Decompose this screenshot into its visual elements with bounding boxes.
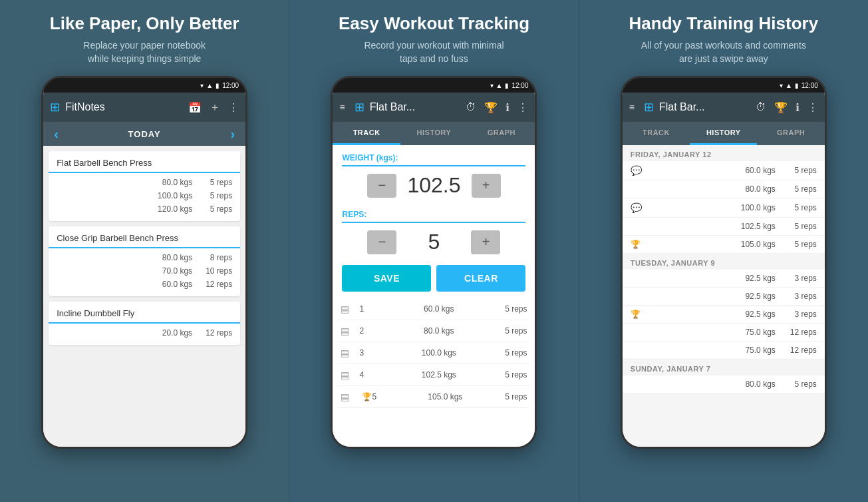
phone-1: ▾ ▲ ▮ 12:00 ⊞ FitNotes 📅 ＋ ⋮ ‹ TODAY bbox=[41, 76, 247, 449]
comment-icon: 💬 bbox=[631, 202, 647, 213]
set-weight: 80.0 kgs bbox=[156, 253, 192, 262]
prev-day-button[interactable]: ‹ bbox=[54, 126, 59, 142]
tab-track[interactable]: TRACK bbox=[333, 122, 400, 145]
comment-icon: ▤ bbox=[341, 304, 354, 314]
list-item: 75.0 kgs 12 reps bbox=[623, 324, 825, 342]
action-buttons: SAVE CLEAR bbox=[333, 258, 535, 298]
exercise-sets-close-grip: 80.0 kgs 8 reps 70.0 kgs 10 reps 60.0 kg… bbox=[49, 248, 240, 296]
comment-icon: ▤ bbox=[341, 326, 354, 336]
tab-history-3[interactable]: HISTORY bbox=[690, 122, 757, 145]
exercise-card-incline-fly[interactable]: Incline Dumbbell Fly 20.0 kgs 12 reps bbox=[49, 302, 240, 345]
hamburger-icon-3[interactable]: ≡ bbox=[629, 102, 635, 113]
exercise-name-incline-fly: Incline Dumbbell Fly bbox=[49, 302, 240, 324]
weight-decrease-button[interactable]: − bbox=[367, 174, 396, 198]
clear-button[interactable]: CLEAR bbox=[436, 265, 525, 292]
set-weight: 100.0 kgs bbox=[156, 191, 192, 200]
info-icon-3[interactable]: ℹ bbox=[796, 101, 799, 114]
trophy-icon: 🏆 bbox=[362, 392, 372, 401]
table-row: 120.0 kgs 5 reps bbox=[57, 202, 232, 216]
sets-list: ▤ 1 60.0 kgs 5 reps ▤ 2 80.0 kgs 5 reps … bbox=[333, 298, 535, 447]
history-reps: 5 reps bbox=[784, 203, 817, 212]
history-date-tuesday: TUESDAY, JANUARY 9 bbox=[623, 254, 825, 270]
history-reps: 5 reps bbox=[784, 166, 817, 175]
panel-1-subtitle: Replace your paper notebookwhile keeping… bbox=[83, 39, 206, 65]
trophy-icon-3[interactable]: 🏆 bbox=[774, 101, 788, 114]
exercise-card-flat-barbell[interactable]: Flat Barbell Bench Press 80.0 kgs 5 reps… bbox=[49, 151, 240, 221]
history-weight: 92.5 kgs bbox=[647, 310, 784, 319]
more-icon-2[interactable]: ⋮ bbox=[517, 101, 528, 114]
history-weight: 92.5 kgs bbox=[647, 274, 784, 283]
tab-graph[interactable]: GRAPH bbox=[468, 122, 535, 145]
set-reps: 5 reps bbox=[505, 370, 527, 379]
history-weight: 100.0 kgs bbox=[647, 203, 784, 212]
trophy-icon[interactable]: 🏆 bbox=[484, 101, 498, 114]
table-row: 100.0 kgs 5 reps bbox=[57, 189, 232, 202]
table-row: 60.0 kgs 12 reps bbox=[57, 278, 232, 291]
set-reps: 5 reps bbox=[505, 326, 527, 336]
set-number: 5 bbox=[372, 392, 385, 401]
history-weight: 102.5 kgs bbox=[647, 222, 784, 231]
list-item: 75.0 kgs 12 reps bbox=[623, 342, 825, 360]
set-number: 4 bbox=[359, 370, 372, 379]
panel-3: Handy Training History All of your past … bbox=[579, 0, 868, 502]
list-item: 80.0 kgs 5 reps bbox=[623, 376, 825, 393]
next-day-button[interactable]: › bbox=[230, 126, 235, 142]
set-reps: 12 reps bbox=[206, 280, 232, 289]
app-bar-actions-1: 📅 ＋ ⋮ bbox=[188, 101, 239, 115]
phone-3: ▾ ▲ ▮ 12:00 ≡ ⊞ Flat Bar... ⏱ 🏆 ℹ ⋮ TR bbox=[621, 76, 827, 449]
wifi-icon: ▾ bbox=[200, 82, 204, 89]
app-bar-actions-3: ⏱ 🏆 ℹ ⋮ bbox=[756, 101, 818, 114]
panel-2: Easy Workout Tracking Record your workou… bbox=[289, 0, 579, 502]
set-reps: 5 reps bbox=[206, 204, 232, 214]
clock-icon-3[interactable]: ⏱ bbox=[756, 101, 766, 113]
set-weight: 60.0 kgs bbox=[156, 280, 192, 289]
list-item: 🏆 105.0 kgs 5 reps bbox=[623, 236, 825, 254]
tab-graph-3[interactable]: GRAPH bbox=[757, 122, 824, 145]
tab-history[interactable]: HISTORY bbox=[400, 122, 468, 145]
app-bar-1: ⊞ FitNotes 📅 ＋ ⋮ bbox=[43, 93, 245, 122]
weight-increase-button[interactable]: + bbox=[472, 174, 501, 198]
more-icon-3[interactable]: ⋮ bbox=[807, 101, 818, 114]
hamburger-icon[interactable]: ≡ bbox=[339, 102, 345, 113]
wifi-icon: ▾ bbox=[490, 82, 494, 89]
calendar-icon[interactable]: 📅 bbox=[188, 101, 202, 114]
list-item: 🏆 92.5 kgs 3 reps bbox=[623, 306, 825, 324]
app-logo-icon: ⊞ bbox=[50, 100, 60, 115]
list-item: 80.0 kgs 5 reps bbox=[623, 180, 825, 198]
save-button[interactable]: SAVE bbox=[342, 265, 431, 292]
reps-section: REPS: − 5 + bbox=[333, 202, 535, 258]
app-bar-title-2: Flat Bar... bbox=[370, 101, 461, 113]
exercise-card-close-grip[interactable]: Close Grip Barbell Bench Press 80.0 kgs … bbox=[49, 226, 240, 296]
history-weight: 80.0 kgs bbox=[647, 184, 784, 194]
signal-icon: ▲ bbox=[786, 82, 792, 89]
set-reps: 12 reps bbox=[206, 328, 232, 338]
status-bar-1: ▾ ▲ ▮ 12:00 bbox=[43, 78, 245, 93]
weight-section: WEIGHT (kgs): − 102.5 + bbox=[333, 145, 535, 202]
phone-screen-3: ≡ ⊞ Flat Bar... ⏱ 🏆 ℹ ⋮ TRACK HISTORY GR… bbox=[623, 93, 825, 447]
reps-label: REPS: bbox=[342, 210, 525, 223]
phone-2: ▾ ▲ ▮ 12:00 ≡ ⊞ Flat Bar... ⏱ 🏆 ℹ ⋮ TR bbox=[331, 76, 537, 449]
reps-decrease-button[interactable]: − bbox=[367, 230, 396, 254]
set-weight: 80.0 kgs bbox=[156, 178, 192, 187]
comment-icon: ▤ bbox=[341, 391, 354, 402]
history-date-friday: FRIDAY, JANUARY 12 bbox=[623, 145, 825, 161]
app-bar-title-3: Flat Bar... bbox=[659, 101, 750, 113]
reps-increase-button[interactable]: + bbox=[471, 230, 500, 254]
status-bar-3: ▾ ▲ ▮ 12:00 bbox=[623, 78, 825, 93]
list-item: ▤ 🏆 5 105.0 kgs 5 reps bbox=[338, 386, 529, 408]
history-weight: 75.0 kgs bbox=[647, 328, 784, 337]
workout-list: Flat Barbell Bench Press 80.0 kgs 5 reps… bbox=[43, 146, 245, 447]
clock-icon[interactable]: ⏱ bbox=[466, 101, 476, 113]
set-number: 1 bbox=[359, 304, 372, 314]
set-weight: 120.0 kgs bbox=[156, 204, 192, 214]
time-1: 12:00 bbox=[222, 82, 239, 89]
add-icon[interactable]: ＋ bbox=[210, 101, 220, 115]
info-icon[interactable]: ℹ bbox=[506, 101, 509, 114]
list-item: 💬 100.0 kgs 5 reps bbox=[623, 198, 825, 218]
more-icon[interactable]: ⋮ bbox=[228, 101, 239, 114]
battery-icon: ▮ bbox=[216, 82, 219, 89]
panel-1: Like Paper, Only Better Replace your pap… bbox=[0, 0, 289, 502]
list-item: 92.5 kgs 3 reps bbox=[623, 288, 825, 306]
list-item: 102.5 kgs 5 reps bbox=[623, 218, 825, 236]
tab-track-3[interactable]: TRACK bbox=[623, 122, 690, 145]
